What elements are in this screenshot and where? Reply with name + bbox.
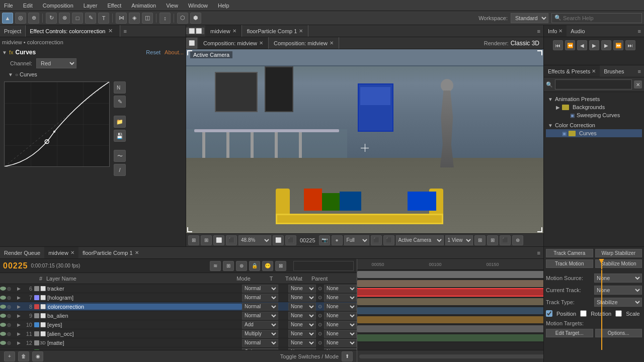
tab-floorparticle[interactable]: floorParticle Comp 1 ✕ bbox=[242, 25, 309, 37]
viewer-safe-btn[interactable]: ⬜ bbox=[213, 235, 224, 245]
solo-12[interactable]: ◎ bbox=[7, 340, 12, 345]
curve-save-btn[interactable]: 💾 bbox=[114, 130, 126, 142]
midview-close[interactable]: ✕ bbox=[232, 28, 236, 34]
tl-shy-btn[interactable]: 😶 bbox=[262, 261, 273, 271]
tl-graph-btn[interactable]: ≋ bbox=[210, 261, 221, 271]
viewer-camera-icon[interactable]: 📷 bbox=[319, 235, 330, 245]
workspace-select[interactable]: Standard bbox=[511, 13, 548, 23]
track-type-select[interactable]: Stabilize bbox=[594, 298, 642, 307]
tl-collapse-btn[interactable]: ⊠ bbox=[275, 261, 286, 271]
panel-menu-icon[interactable]: ≡ bbox=[120, 27, 129, 35]
mode-9[interactable]: Normal bbox=[242, 312, 278, 320]
expand-9[interactable]: ▶ bbox=[17, 313, 23, 318]
vis-6[interactable] bbox=[0, 287, 7, 291]
tab-audio[interactable]: Audio bbox=[567, 25, 589, 37]
mode-12[interactable]: Normal bbox=[242, 339, 278, 347]
menu-view[interactable]: View bbox=[164, 2, 180, 10]
viewer-camera-select[interactable]: Active Camera bbox=[396, 235, 444, 245]
tl-expand-btn[interactable]: ⊞ bbox=[223, 261, 234, 271]
viewer-color-btn[interactable]: ● bbox=[332, 235, 343, 245]
tl-search-input[interactable] bbox=[293, 261, 354, 271]
effect-reset-btn[interactable]: Reset bbox=[146, 49, 160, 55]
solo-6[interactable]: ◎ bbox=[7, 286, 12, 291]
effect-expand-icon[interactable]: ▼ bbox=[2, 50, 7, 55]
mode-7[interactable]: Normal bbox=[242, 294, 278, 302]
prev-step-back-btn[interactable]: ◀ bbox=[577, 40, 587, 50]
curves-graph[interactable] bbox=[4, 81, 110, 167]
expand-8[interactable]: ▶ bbox=[17, 304, 23, 309]
trkmat-10[interactable]: None bbox=[288, 321, 316, 329]
ep-item-curves[interactable]: ▣ Curves bbox=[546, 129, 642, 137]
selection-tool[interactable]: ▲ bbox=[2, 13, 13, 24]
curve-normal-btn[interactable]: N bbox=[114, 81, 126, 94]
tl-delete-btn[interactable]: 🗑 bbox=[18, 351, 29, 361]
prev-step-fwd-btn[interactable]: ▶ bbox=[601, 40, 611, 50]
effect-controls-close[interactable]: ✕ bbox=[105, 27, 116, 35]
curves-row[interactable]: ▼ ○ Curves bbox=[8, 70, 184, 78]
viewer-pixel-btn[interactable]: ⬛ bbox=[285, 235, 296, 245]
info-close[interactable]: ✕ bbox=[558, 28, 562, 34]
menu-window[interactable]: Window bbox=[186, 2, 210, 10]
roto-tool[interactable]: ⬡ bbox=[177, 13, 188, 24]
tl-tab-render-queue[interactable]: Render Queue bbox=[0, 247, 44, 258]
viewer-grid-btn[interactable]: ⊞ bbox=[201, 235, 212, 245]
mode-10[interactable]: Add bbox=[242, 321, 278, 329]
ep-folder-header-anim[interactable]: ▼ Animation Presets bbox=[546, 95, 642, 103]
anchor-tool[interactable]: ⊗ bbox=[59, 13, 70, 24]
ep-search-input[interactable]: curves bbox=[555, 79, 632, 89]
vis-12[interactable] bbox=[0, 341, 7, 345]
viewer-comp-btn[interactable]: ⊛ bbox=[512, 235, 523, 245]
ep-menu[interactable]: ≡ bbox=[635, 67, 644, 75]
viewer-zoom-select[interactable]: 48.8% bbox=[238, 235, 271, 245]
ep-item-sweeping-curves[interactable]: ▣ Sweeping Curves bbox=[554, 111, 642, 119]
expand-10[interactable]: ▶ bbox=[17, 322, 23, 327]
tl-lock-btn[interactable]: 🔒 bbox=[249, 261, 260, 271]
viewer-view-select[interactable]: 1 View bbox=[445, 235, 473, 245]
stamp-tool[interactable]: ◈ bbox=[129, 13, 140, 24]
parent-8[interactable]: None bbox=[324, 303, 357, 311]
edit-target-btn[interactable]: Edit Target... bbox=[546, 329, 593, 337]
vis-9[interactable] bbox=[0, 314, 7, 318]
ep-search-clear-btn[interactable]: ✕ bbox=[634, 80, 642, 88]
scale-checkbox[interactable] bbox=[615, 310, 622, 317]
tl-tab-floorparticle[interactable]: floorParticle Comp 1 ✕ bbox=[78, 247, 143, 258]
tl-midview-close[interactable]: ✕ bbox=[70, 250, 74, 255]
menu-effect[interactable]: Effect bbox=[105, 2, 123, 10]
expand-12[interactable]: ▶ bbox=[17, 340, 23, 345]
shape-tool[interactable]: □ bbox=[72, 13, 83, 24]
curve-pencil-btn[interactable]: ✎ bbox=[114, 96, 126, 108]
prev-play-btn[interactable]: ▶ bbox=[589, 40, 599, 50]
viewer-render-btn[interactable]: ⬛ bbox=[500, 235, 511, 245]
prev-first-btn[interactable]: ⏮ bbox=[553, 40, 563, 50]
zoom-tool[interactable]: ⊕ bbox=[28, 13, 39, 24]
options-btn[interactable]: Options... bbox=[595, 329, 642, 337]
trkmat-7[interactable]: None bbox=[288, 294, 316, 302]
parent-10[interactable]: None bbox=[324, 321, 357, 329]
solo-11[interactable]: ◎ bbox=[7, 331, 12, 336]
viewer-quality-select[interactable]: Full bbox=[344, 235, 369, 245]
viewer-3d-btn[interactable]: ⬛ bbox=[226, 235, 237, 245]
tl-solo-all-btn[interactable]: ◉ bbox=[32, 351, 43, 361]
tl-floorparticle-close[interactable]: ✕ bbox=[135, 250, 139, 255]
trkmat-9[interactable]: None bbox=[288, 312, 316, 320]
text-tool[interactable]: T bbox=[98, 13, 109, 24]
orbit-tool[interactable]: ◎ bbox=[15, 13, 26, 24]
solo-10[interactable]: ◎ bbox=[7, 322, 12, 327]
channel-select[interactable]: Red Green Blue Alpha RGB bbox=[36, 58, 76, 68]
solo-9[interactable]: ◎ bbox=[7, 313, 12, 318]
vis-7[interactable] bbox=[0, 296, 7, 300]
prev-fwd-btn[interactable]: ⏩ bbox=[613, 40, 623, 50]
ep-subfolder-bg-header[interactable]: ▶ Backgrounds bbox=[554, 103, 642, 111]
track-motion-btn[interactable]: Track Motion bbox=[546, 259, 593, 268]
mode-6[interactable]: Normal bbox=[242, 285, 278, 293]
solo-8[interactable]: ◎ bbox=[7, 304, 12, 309]
right-top-menu[interactable]: ≡ bbox=[635, 27, 644, 35]
comp-midview-close[interactable]: ✕ bbox=[259, 40, 263, 46]
toggle-switches-label[interactable]: Toggle Switches / Mode bbox=[280, 353, 339, 359]
viewer-mode-btn[interactable]: ⬛ bbox=[383, 235, 394, 245]
toggle-switches-btn[interactable]: ⬆ bbox=[342, 351, 353, 361]
parent-9[interactable]: None bbox=[324, 312, 357, 320]
solo-7[interactable]: ◎ bbox=[7, 295, 12, 300]
menu-help[interactable]: Help bbox=[216, 2, 231, 10]
vis-8[interactable] bbox=[0, 305, 7, 309]
